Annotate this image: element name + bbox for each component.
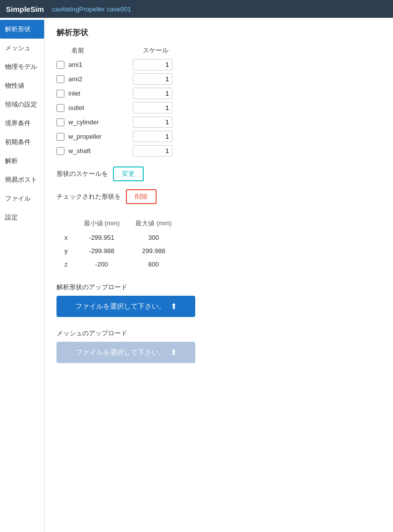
scale-input-w_cylinder[interactable] [133, 116, 172, 128]
bbox-rows: x-299.951300y-299.988299.988z-200800 [56, 231, 179, 271]
shape-table-header: 名前 スケール [56, 46, 381, 55]
shape-checkbox-outlet[interactable] [56, 104, 64, 112]
bbox-max-y: 299.988 [127, 244, 179, 258]
upload-mesh-btn-label: ファイルを選択して下さい。 [75, 348, 166, 357]
delete-action-row: チェックされた形状を 削除 [56, 189, 381, 204]
scale-action-row: 形状のスケールを 変更 [56, 166, 381, 181]
upload-mesh-label: メッシュのアップロード [56, 329, 381, 338]
shape-row-4: w_cylinder [56, 116, 381, 128]
bbox-axis-col [56, 216, 76, 231]
scale-action-label: 形状のスケールを [56, 169, 108, 178]
sidebar-item-初期条件[interactable]: 初期条件 [0, 133, 44, 152]
scale-input-ami2[interactable] [133, 73, 172, 85]
shape-row-1: ami2 [56, 73, 381, 85]
sidebar-item-物理モデル[interactable]: 物理モデル [0, 57, 44, 76]
col-name-header: 名前 [71, 46, 136, 55]
bbox-row-z: z-200800 [56, 258, 179, 271]
shape-name-5: w_propeller [68, 133, 133, 140]
bbox-max-z: 800 [127, 258, 179, 271]
delete-action-label: チェックされた形状を [56, 192, 121, 201]
sidebar: 解析形状メッシュ物理モデル物性値領域の設定境界条件初期条件解析簡易ポストファイル… [0, 18, 45, 532]
scale-input-w_shaft[interactable] [133, 145, 172, 157]
bbox-max-header: 最大値 (mm) [127, 216, 179, 231]
change-scale-button[interactable]: 変更 [113, 166, 144, 181]
shape-name-4: w_cylinder [68, 118, 133, 126]
bbox-table: 最小値 (mm) 最大値 (mm) x-299.951300y-299.9882… [56, 216, 179, 271]
scale-input-ami1[interactable] [133, 59, 172, 70]
bbox-axis-y: y [56, 244, 76, 258]
main-content: 解析形状 名前 スケール ami1ami2inletoutletw_cylind… [45, 18, 393, 532]
shape-name-0: ami1 [68, 61, 133, 68]
sidebar-item-設定[interactable]: 設定 [0, 208, 44, 227]
shape-checkbox-w_shaft[interactable] [56, 147, 64, 155]
main-layout: 解析形状メッシュ物理モデル物性値領域の設定境界条件初期条件解析簡易ポストファイル… [0, 18, 393, 532]
shape-checkbox-w_cylinder[interactable] [56, 118, 64, 126]
sidebar-item-物性値[interactable]: 物性値 [0, 76, 44, 95]
shape-row-5: w_propeller [56, 131, 381, 142]
delete-shape-button[interactable]: 削除 [126, 189, 157, 204]
scale-input-w_propeller[interactable] [133, 131, 172, 142]
shape-name-3: outlet [68, 104, 133, 111]
shape-row-3: outlet [56, 102, 381, 113]
shape-name-2: inlet [68, 90, 133, 97]
sidebar-item-ファイル[interactable]: ファイル [0, 189, 44, 208]
sidebar-item-領域の設定[interactable]: 領域の設定 [0, 95, 44, 114]
bbox-min-z: -200 [76, 258, 128, 271]
bbox-axis-x: x [56, 231, 76, 244]
sidebar-item-解析形状[interactable]: 解析形状 [0, 20, 44, 39]
shape-checkbox-ami2[interactable] [56, 75, 64, 83]
sidebar-item-解析[interactable]: 解析 [0, 152, 44, 170]
col-scale-header: スケール [136, 46, 175, 55]
scale-input-inlet[interactable] [133, 88, 172, 99]
scale-input-outlet[interactable] [133, 102, 172, 113]
bbox-axis-z: z [56, 258, 76, 271]
header: SimpleSim cavitatingPropeller case001 [0, 0, 393, 18]
upload-shape-btn-label: ファイルを選択して下さい。 [75, 302, 166, 311]
upload-mesh-icon: ⬆ [170, 348, 177, 357]
upload-icon: ⬆ [170, 302, 177, 311]
app-logo: SimpleSim [6, 5, 44, 13]
shape-checkbox-ami1[interactable] [56, 61, 64, 69]
sidebar-item-メッシュ[interactable]: メッシュ [0, 39, 44, 57]
shape-row-2: inlet [56, 88, 381, 99]
bbox-min-header: 最小値 (mm) [76, 216, 128, 231]
page-title: 解析形状 [56, 28, 381, 38]
upload-shape-label: 解析形状のアップロード [56, 283, 381, 292]
sidebar-item-境界条件[interactable]: 境界条件 [0, 114, 44, 133]
upload-shape-button[interactable]: ファイルを選択して下さい。 ⬆ [56, 296, 195, 317]
upload-mesh-button[interactable]: ファイルを選択して下さい。 ⬆ [56, 342, 195, 363]
bbox-min-y: -299.988 [76, 244, 128, 258]
case-title: cavitatingPropeller case001 [52, 5, 131, 13]
shape-row-6: w_shaft [56, 145, 381, 157]
bbox-min-x: -299.951 [76, 231, 128, 244]
shape-rows: ami1ami2inletoutletw_cylinderw_propeller… [56, 59, 381, 157]
shape-name-6: w_shaft [68, 147, 133, 155]
shape-checkbox-inlet[interactable] [56, 90, 64, 98]
shape-row-0: ami1 [56, 59, 381, 70]
upload-mesh-section: メッシュのアップロード ファイルを選択して下さい。 ⬆ [56, 329, 381, 363]
bounding-box-section: 最小値 (mm) 最大値 (mm) x-299.951300y-299.9882… [56, 216, 381, 271]
upload-shape-section: 解析形状のアップロード ファイルを選択して下さい。 ⬆ [56, 283, 381, 317]
bbox-max-x: 300 [127, 231, 179, 244]
bbox-row-x: x-299.951300 [56, 231, 179, 244]
shape-checkbox-w_propeller[interactable] [56, 133, 64, 141]
bbox-row-y: y-299.988299.988 [56, 244, 179, 258]
shape-name-1: ami2 [68, 75, 133, 83]
sidebar-item-簡易ポスト[interactable]: 簡易ポスト [0, 170, 44, 189]
shape-table: 名前 スケール ami1ami2inletoutletw_cylinderw_p… [56, 46, 381, 157]
